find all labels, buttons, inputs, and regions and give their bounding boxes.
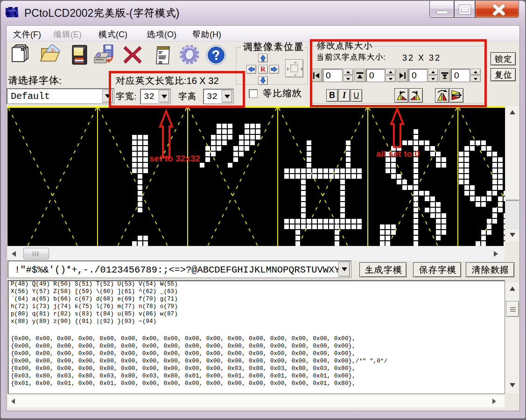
svg-text:set to 32x32: set to 32x32 (149, 154, 200, 163)
svg-text:all set to 0: all set to 0 (376, 149, 420, 159)
